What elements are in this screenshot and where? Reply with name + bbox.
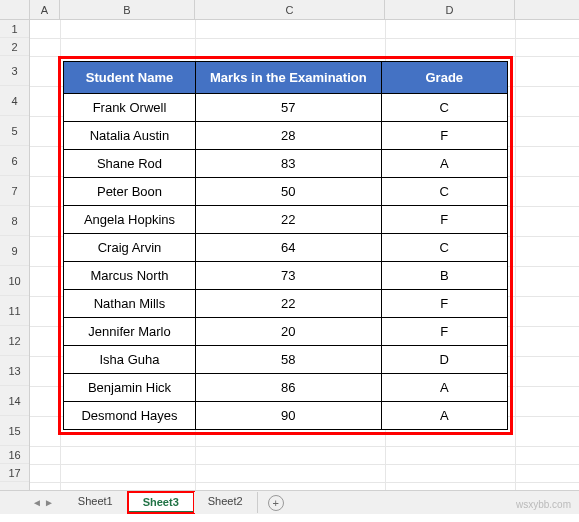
- row-header-10[interactable]: 10: [0, 266, 29, 296]
- table-cell[interactable]: 28: [195, 122, 381, 150]
- table-row: Frank Orwell57C: [64, 94, 508, 122]
- table-cell[interactable]: 50: [195, 178, 381, 206]
- cells-area[interactable]: Student NameMarks in the ExaminationGrad…: [30, 20, 579, 490]
- row-header-6[interactable]: 6: [0, 146, 29, 176]
- watermark-text: wsxybb.com: [516, 499, 571, 510]
- table-cell[interactable]: B: [381, 262, 507, 290]
- row-header-4[interactable]: 4: [0, 86, 29, 116]
- column-headers: ABCD: [0, 0, 579, 20]
- table-cell[interactable]: F: [381, 290, 507, 318]
- table-cell[interactable]: 73: [195, 262, 381, 290]
- col-header-d[interactable]: D: [385, 0, 515, 19]
- table-cell[interactable]: A: [381, 402, 507, 430]
- row-header-2[interactable]: 2: [0, 38, 29, 56]
- table-cell[interactable]: 22: [195, 290, 381, 318]
- table-row: Benjamin Hick86A: [64, 374, 508, 402]
- row-header-3[interactable]: 3: [0, 56, 29, 86]
- table-cell[interactable]: 86: [195, 374, 381, 402]
- table-cell[interactable]: D: [381, 346, 507, 374]
- sheet-tab-sheet2[interactable]: Sheet2: [194, 492, 258, 513]
- table-row: Desmond Hayes90A: [64, 402, 508, 430]
- table-row: Craig Arvin64C: [64, 234, 508, 262]
- col-header-b[interactable]: B: [60, 0, 195, 19]
- select-all-corner[interactable]: [0, 0, 30, 20]
- table-cell[interactable]: C: [381, 94, 507, 122]
- plus-icon: +: [272, 497, 278, 509]
- table-row: Angela Hopkins22F: [64, 206, 508, 234]
- table-cell[interactable]: A: [381, 374, 507, 402]
- add-sheet-button[interactable]: +: [268, 495, 284, 511]
- student-grades-table: Student NameMarks in the ExaminationGrad…: [63, 61, 508, 430]
- col-header-a[interactable]: A: [30, 0, 60, 19]
- col-header-c[interactable]: C: [195, 0, 385, 19]
- table-cell[interactable]: 83: [195, 150, 381, 178]
- row-header-14[interactable]: 14: [0, 386, 29, 416]
- table-cell[interactable]: F: [381, 206, 507, 234]
- table-row: Jennifer Marlo20F: [64, 318, 508, 346]
- sheet-tab-sheet1[interactable]: Sheet1: [64, 492, 128, 513]
- tab-nav-next-icon[interactable]: ►: [44, 497, 54, 508]
- table-row: Nathan Mills22F: [64, 290, 508, 318]
- table-cell[interactable]: 20: [195, 318, 381, 346]
- table-cell[interactable]: F: [381, 122, 507, 150]
- row-header-5[interactable]: 5: [0, 116, 29, 146]
- table-cell[interactable]: Isha Guha: [64, 346, 196, 374]
- table-cell[interactable]: Marcus North: [64, 262, 196, 290]
- row-header-17[interactable]: 17: [0, 464, 29, 482]
- table-row: Shane Rod83A: [64, 150, 508, 178]
- table-cell[interactable]: A: [381, 150, 507, 178]
- table-cell[interactable]: 64: [195, 234, 381, 262]
- table-cell[interactable]: Shane Rod: [64, 150, 196, 178]
- table-header-cell[interactable]: Grade: [381, 62, 507, 94]
- sheet-tab-sheet3[interactable]: Sheet3: [128, 492, 194, 513]
- table-cell[interactable]: 58: [195, 346, 381, 374]
- table-cell[interactable]: 57: [195, 94, 381, 122]
- table-cell[interactable]: Natalia Austin: [64, 122, 196, 150]
- row-header-9[interactable]: 9: [0, 236, 29, 266]
- row-headers: 1234567891011121314151617: [0, 20, 30, 490]
- row-header-8[interactable]: 8: [0, 206, 29, 236]
- table-cell[interactable]: Nathan Mills: [64, 290, 196, 318]
- row-header-7[interactable]: 7: [0, 176, 29, 206]
- table-cell[interactable]: Frank Orwell: [64, 94, 196, 122]
- table-row: Marcus North73B: [64, 262, 508, 290]
- table-cell[interactable]: Craig Arvin: [64, 234, 196, 262]
- row-header-15[interactable]: 15: [0, 416, 29, 446]
- table-row: Peter Boon50C: [64, 178, 508, 206]
- table-cell[interactable]: Benjamin Hick: [64, 374, 196, 402]
- tab-nav-arrows[interactable]: ◄ ►: [32, 497, 54, 508]
- table-header-cell[interactable]: Student Name: [64, 62, 196, 94]
- table-cell[interactable]: Angela Hopkins: [64, 206, 196, 234]
- table-row: Isha Guha58D: [64, 346, 508, 374]
- table-cell[interactable]: Peter Boon: [64, 178, 196, 206]
- row-header-16[interactable]: 16: [0, 446, 29, 464]
- table-header-cell[interactable]: Marks in the Examination: [195, 62, 381, 94]
- row-header-13[interactable]: 13: [0, 356, 29, 386]
- selected-range-highlight: Student NameMarks in the ExaminationGrad…: [58, 56, 513, 435]
- table-cell[interactable]: Desmond Hayes: [64, 402, 196, 430]
- table-cell[interactable]: C: [381, 234, 507, 262]
- table-cell[interactable]: Jennifer Marlo: [64, 318, 196, 346]
- table-cell[interactable]: 90: [195, 402, 381, 430]
- row-header-12[interactable]: 12: [0, 326, 29, 356]
- tab-nav-prev-icon[interactable]: ◄: [32, 497, 42, 508]
- sheet-tab-bar: ◄ ► Sheet1Sheet3Sheet2 +: [0, 490, 579, 514]
- table-row: Natalia Austin28F: [64, 122, 508, 150]
- table-cell[interactable]: 22: [195, 206, 381, 234]
- row-header-11[interactable]: 11: [0, 296, 29, 326]
- table-cell[interactable]: F: [381, 318, 507, 346]
- table-cell[interactable]: C: [381, 178, 507, 206]
- row-header-1[interactable]: 1: [0, 20, 29, 38]
